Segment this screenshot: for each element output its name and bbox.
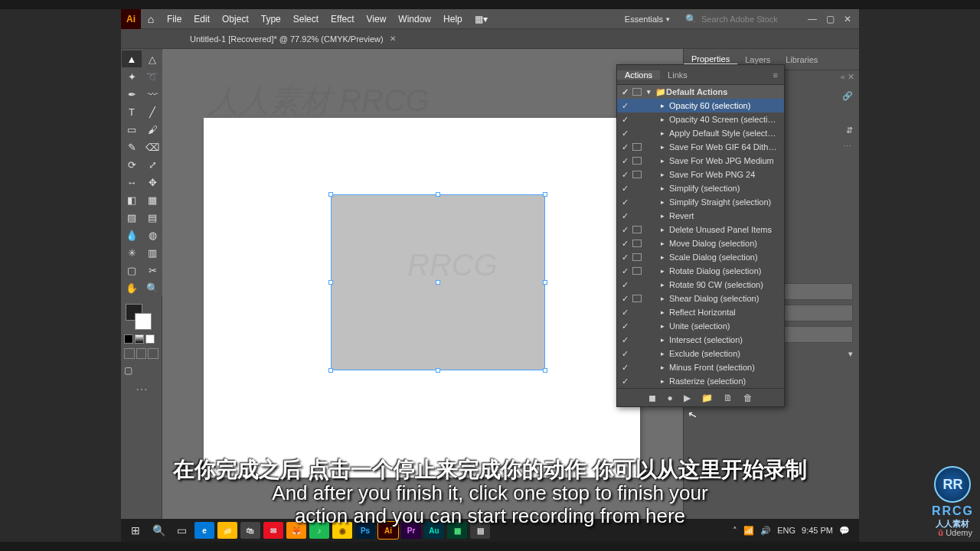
- edit-toolbar[interactable]: ⋯: [121, 379, 162, 396]
- tool-scale[interactable]: ⤢: [142, 156, 162, 173]
- tool-paintbrush[interactable]: 🖌: [142, 121, 162, 138]
- stop-button[interactable]: ◼: [648, 393, 656, 403]
- tool-artboard[interactable]: ▢: [122, 262, 142, 279]
- handle-bottom-center[interactable]: [436, 368, 440, 373]
- fill-stroke-control[interactable]: [121, 302, 162, 333]
- tool-perspective[interactable]: ▦: [142, 191, 162, 208]
- tool-direct-selection[interactable]: △: [142, 51, 162, 67]
- document-tab[interactable]: Untitled-1 [Recovered]* @ 77.92% (CMYK/P…: [182, 34, 403, 44]
- action-item[interactable]: ✓▸Reflect Horizontal: [617, 305, 784, 319]
- tool-magic-wand[interactable]: ✦: [122, 68, 142, 85]
- tab-actions[interactable]: Actions: [617, 70, 660, 80]
- tool-line[interactable]: ╱: [142, 103, 162, 120]
- tool-shaper[interactable]: ✎: [122, 139, 142, 155]
- screen-mode-button[interactable]: ▢: [121, 362, 162, 379]
- close-button[interactable]: ✕: [844, 14, 851, 24]
- tool-symbol-sprayer[interactable]: ✳: [122, 244, 142, 261]
- tool-column-graph[interactable]: ▥: [142, 244, 162, 261]
- handle-mid-right[interactable]: [543, 280, 547, 285]
- menu-edit[interactable]: Edit: [188, 14, 216, 24]
- tab-libraries[interactable]: Libraries: [778, 55, 825, 64]
- tool-zoom[interactable]: 🔍: [142, 279, 162, 296]
- tool-free-transform[interactable]: ✥: [142, 174, 162, 191]
- handle-mid-left[interactable]: [328, 280, 333, 285]
- tool-type[interactable]: T: [122, 103, 142, 120]
- new-set-button[interactable]: 📁: [701, 393, 713, 403]
- menu-object[interactable]: Object: [216, 14, 255, 24]
- new-action-button[interactable]: 🗎: [724, 393, 733, 403]
- draw-normal[interactable]: [124, 348, 135, 359]
- tool-curvature[interactable]: 〰: [142, 86, 162, 103]
- stroke-swatch[interactable]: [135, 313, 152, 330]
- tool-rotate[interactable]: ⟳: [122, 156, 142, 173]
- action-item[interactable]: ✓▸Rotate Dialog (selection): [617, 264, 784, 278]
- play-button[interactable]: ▶: [684, 393, 691, 403]
- tool-lasso[interactable]: ➰: [142, 68, 162, 85]
- handle-top-left[interactable]: [328, 192, 333, 197]
- close-tab-icon[interactable]: ✕: [390, 34, 396, 43]
- panel-collapse-icon[interactable]: « ✕: [836, 70, 859, 83]
- action-item[interactable]: ✓▸Exclude (selection): [617, 347, 784, 360]
- action-set-header[interactable]: ✓▾📁Default Actions: [617, 85, 784, 99]
- panel-menu-icon[interactable]: ≡: [767, 70, 784, 80]
- action-item[interactable]: ✓▸Simplify Straight (selection): [617, 195, 784, 209]
- action-item[interactable]: ✓▸Rasterize (selection): [617, 374, 784, 388]
- tool-pen[interactable]: ✒: [122, 86, 142, 103]
- link-wh-icon[interactable]: 🔗: [842, 91, 853, 101]
- selected-rectangle[interactable]: [331, 194, 545, 370]
- chevron-down-icon[interactable]: ▾: [848, 349, 853, 359]
- action-item[interactable]: ✓▸Save For Web JPG Medium: [617, 154, 784, 168]
- tool-eraser[interactable]: ⌫: [142, 139, 162, 155]
- action-item[interactable]: ✓▸Delete Unused Panel Items: [617, 223, 784, 236]
- action-item[interactable]: ✓▸Simplify (selection): [617, 181, 784, 195]
- menu-window[interactable]: Window: [392, 14, 437, 24]
- actions-panel[interactable]: Actions Links ≡ ✓▾📁Default Actions✓▸Opac…: [616, 64, 785, 407]
- workspace-switcher[interactable]: Essentials ▾: [617, 15, 678, 24]
- flip-v-icon[interactable]: ⇵: [846, 126, 853, 135]
- action-item[interactable]: ✓▸Shear Dialog (selection): [617, 292, 784, 305]
- handle-top-right[interactable]: [543, 192, 547, 197]
- action-item[interactable]: ✓▸Save For Web GIF 64 Dith…: [617, 140, 784, 154]
- action-item[interactable]: ✓▸Revert: [617, 209, 784, 223]
- tool-blend[interactable]: ◍: [142, 227, 162, 243]
- delete-button[interactable]: 🗑: [743, 393, 753, 403]
- action-item[interactable]: ✓▸Minus Front (selection): [617, 360, 784, 374]
- action-item[interactable]: ✓▸Move Dialog (selection): [617, 236, 784, 250]
- action-item[interactable]: ✓▸Intersect (selection): [617, 333, 784, 347]
- tool-mesh[interactable]: ▨: [122, 209, 142, 226]
- tab-properties[interactable]: Properties: [684, 54, 737, 65]
- action-item[interactable]: ✓▸Save For Web PNG 24: [617, 168, 784, 181]
- action-item[interactable]: ✓▸Rotate 90 CW (selection): [617, 278, 784, 292]
- handle-top-center[interactable]: [436, 192, 440, 197]
- maximize-button[interactable]: ▢: [826, 14, 835, 24]
- menu-type[interactable]: Type: [255, 14, 287, 24]
- tool-hand[interactable]: ✋: [122, 279, 142, 296]
- tool-selection[interactable]: ▲: [122, 51, 142, 67]
- tool-slice[interactable]: ✂: [142, 262, 162, 279]
- menu-help[interactable]: Help: [437, 14, 469, 24]
- record-button[interactable]: ●: [667, 393, 672, 403]
- home-icon[interactable]: ⌂: [141, 9, 161, 29]
- arrange-documents-icon[interactable]: ▦▾: [469, 14, 494, 24]
- tool-shape-builder[interactable]: ◧: [122, 191, 142, 208]
- menu-file[interactable]: File: [161, 14, 188, 24]
- tab-links[interactable]: Links: [660, 70, 695, 80]
- tool-eyedropper[interactable]: 💧: [122, 227, 142, 243]
- handle-bottom-left[interactable]: [328, 368, 333, 373]
- actions-list[interactable]: ✓▾📁Default Actions✓▸Opacity 60 (selectio…: [617, 85, 784, 388]
- tool-width[interactable]: ↔: [122, 174, 142, 191]
- action-item[interactable]: ✓▸Apply Default Style (select…: [617, 126, 784, 140]
- minimize-button[interactable]: —: [808, 14, 817, 24]
- menu-view[interactable]: View: [361, 14, 393, 24]
- handle-center[interactable]: [436, 280, 440, 285]
- search-stock[interactable]: 🔍 Search Adobe Stock: [678, 14, 800, 24]
- color-swatch[interactable]: [124, 334, 133, 344]
- tool-rectangle[interactable]: ▭: [122, 121, 142, 138]
- menu-effect[interactable]: Effect: [325, 14, 360, 24]
- handle-bottom-right[interactable]: [543, 368, 547, 373]
- action-item[interactable]: ✓▸Opacity 40 Screen (selecti…: [617, 112, 784, 126]
- gradient-swatch[interactable]: [135, 334, 144, 344]
- tool-gradient[interactable]: ▤: [142, 209, 162, 226]
- none-swatch[interactable]: [145, 334, 155, 344]
- action-item[interactable]: ✓▸Unite (selection): [617, 319, 784, 333]
